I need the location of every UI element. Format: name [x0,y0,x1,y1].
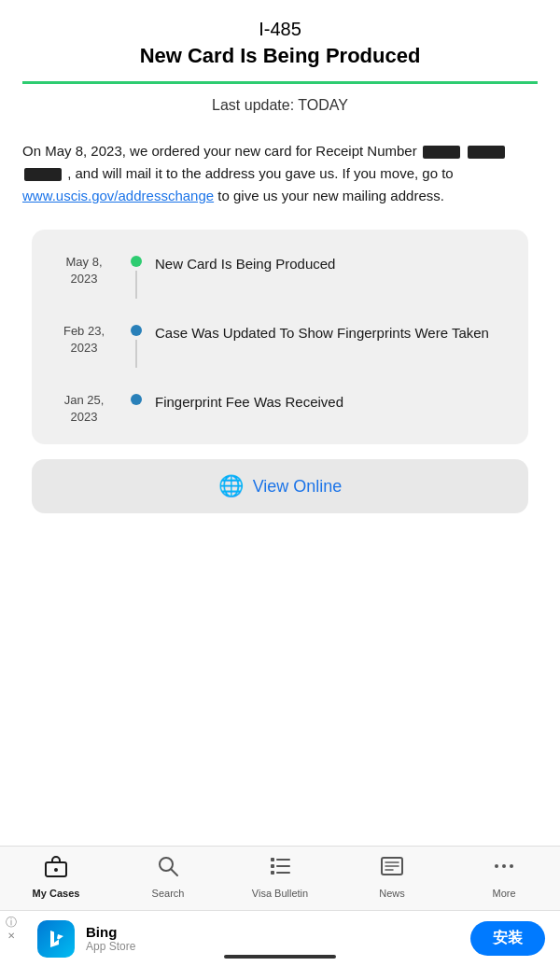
nav-item-visa-bulletin[interactable]: Visa Bulletin [243,854,317,899]
redacted-2 [468,146,505,159]
bottom-nav: My Cases Search Visa Bulletin [0,846,560,910]
bing-logo [37,920,75,958]
bottom-spacer [22,513,538,663]
timeline-event-1: New Card Is Being Produced [155,252,510,275]
nav-item-my-cases[interactable]: My Cases [19,854,93,899]
svg-point-1 [54,868,58,872]
timeline-line-1 [135,271,137,299]
green-divider [22,81,538,84]
ad-title: Bing [86,924,459,940]
ad-dismiss[interactable]: ⓘ ✕ [0,911,22,945]
more-icon [492,854,516,884]
timeline-item-2: Feb 23,2023 Case Was Updated To Show Fin… [50,321,510,368]
timeline-date-3: Jan 25,2023 [50,390,118,426]
last-update-label: Last update: TODAY [22,97,538,114]
timeline-dot-1 [131,256,142,267]
timeline-event-3: Fingerprint Fee Was Received [155,390,510,413]
nav-label-search: Search [152,888,185,899]
nav-label-visa-bulletin: Visa Bulletin [252,888,308,899]
nav-item-news[interactable]: News [355,854,429,899]
search-icon [156,854,180,884]
svg-point-15 [502,864,506,868]
view-online-label: View Online [253,477,343,497]
timeline-item-3: Jan 25,2023 Fingerprint Fee Was Received [50,390,510,426]
list-icon [268,854,292,884]
uscis-link[interactable]: www.uscis.gov/addresschange [22,188,214,203]
timeline-event-2: Case Was Updated To Show Fingerprints We… [155,321,510,344]
view-online-button[interactable]: 🌐 View Online [32,459,528,513]
timeline-date-1: May 8,2023 [50,252,118,287]
cases-icon [44,854,68,884]
nav-label-news: News [379,888,405,899]
timeline: May 8,2023 New Card Is Being Produced Fe… [50,252,510,426]
nav-item-more[interactable]: More [467,854,541,899]
status-title: New Card Is Being Produced [22,44,538,68]
timeline-connector-3 [129,390,144,405]
nav-label-my-cases: My Cases [33,888,80,899]
timeline-connector-2 [129,321,144,368]
timeline-item: May 8,2023 New Card Is Being Produced [50,252,510,299]
nav-item-search[interactable]: Search [131,854,205,899]
form-number: I-485 [22,19,538,40]
timeline-dot-2 [131,325,142,336]
news-icon [380,854,404,884]
svg-line-3 [171,869,177,875]
install-button[interactable]: 安装 [470,921,545,956]
timeline-dot-3 [131,394,142,405]
globe-icon: 🌐 [218,474,244,498]
description-text: On May 8, 2023, we ordered your new card… [22,140,538,207]
svg-point-16 [510,864,513,868]
info-icon: ⓘ [6,915,17,931]
svg-rect-5 [271,864,274,868]
ad-source: App Store [86,940,459,953]
svg-point-14 [495,864,498,868]
main-content: I-485 New Card Is Being Produced Last up… [0,0,560,663]
redacted-1 [423,146,460,159]
redacted-3 [24,168,62,181]
timeline-date-2: Feb 23,2023 [50,321,118,357]
svg-rect-6 [271,871,274,875]
timeline-connector-1 [129,252,144,299]
nav-label-more: More [492,888,515,899]
timeline-line-2 [135,340,137,368]
svg-rect-4 [271,858,274,861]
ad-info: Bing App Store [86,924,459,953]
timeline-section: May 8,2023 New Card Is Being Produced Fe… [32,230,528,444]
home-indicator [224,955,336,959]
